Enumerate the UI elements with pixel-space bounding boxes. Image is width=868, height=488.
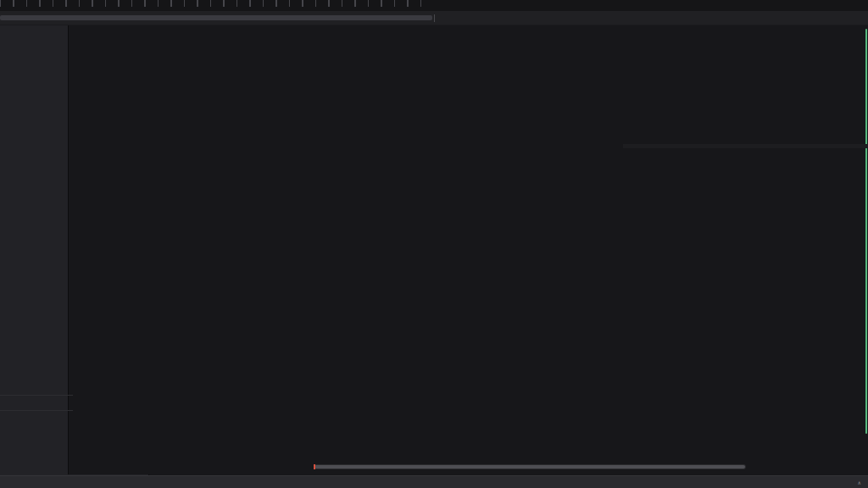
scrollbar-thumb[interactable] xyxy=(314,465,745,469)
effects-group-footer[interactable]: ∧ xyxy=(0,475,868,488)
timeline-horizontal-scrollbar[interactable] xyxy=(314,464,746,469)
page-switcher xyxy=(0,0,868,14)
viewer-gap xyxy=(623,144,868,148)
davinci-resolve-fairlight-page: ··· ∧ ∧ ⇥ ⇤ ⊙ xyxy=(0,0,868,488)
effects-library-panel: ··· ∧ ∧ xyxy=(0,474,149,488)
sidebar-item-favorites[interactable] xyxy=(0,395,73,411)
effects-scrollbar[interactable] xyxy=(865,29,867,434)
category-sidebar xyxy=(0,25,69,474)
chevron-up-icon: ∧ xyxy=(858,480,861,485)
scrollbar-playhead-mark xyxy=(314,464,315,469)
